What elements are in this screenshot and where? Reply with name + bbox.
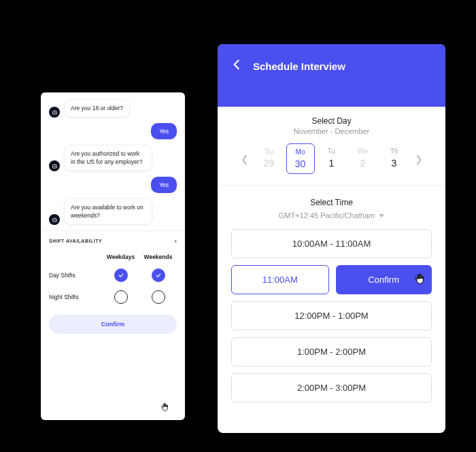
schedule-title: Schedule Interview <box>253 60 345 72</box>
chat-card: Are you 18 or older? Yes Are you authori… <box>41 92 185 420</box>
row-day-shifts: Day Shifts <box>49 272 75 279</box>
time-slot[interactable]: 12:00PM - 1:00PM <box>231 301 432 330</box>
time-slot[interactable]: 10:00AM - 11:00AM <box>231 229 432 258</box>
confirm-button[interactable]: Confirm <box>49 315 177 334</box>
day-number: 30 <box>295 158 306 169</box>
calendar-day[interactable]: Tu1 <box>318 143 346 174</box>
user-bubble[interactable]: Yes <box>151 177 177 193</box>
checkbox-night-weekends[interactable] <box>152 290 165 304</box>
cursor-icon <box>160 402 170 415</box>
col-weekdays: Weekdays <box>107 254 135 260</box>
day-of-week: Su <box>265 147 273 155</box>
day-number: 1 <box>329 158 335 169</box>
schedule-header: Schedule Interview <box>218 44 445 107</box>
svg-point-8 <box>55 220 56 220</box>
bot-bubble: Are you available to work on weekends? <box>64 198 152 225</box>
bot-bubble: Are you authorized to work in the US for… <box>64 145 152 171</box>
day-number: 2 <box>360 158 366 169</box>
svg-point-5 <box>55 166 56 167</box>
bot-avatar-icon <box>49 160 60 171</box>
back-arrow-icon[interactable] <box>230 58 243 74</box>
time-slot[interactable]: 1:00PM - 2:00PM <box>231 337 432 366</box>
svg-rect-6 <box>52 218 56 222</box>
confirm-slot-label: Confirm <box>368 275 399 285</box>
svg-point-4 <box>54 166 54 167</box>
schedule-card: Schedule Interview Select Day November -… <box>218 44 445 433</box>
bot-message-row: Are you 18 or older? <box>49 99 177 118</box>
close-icon[interactable]: x <box>174 238 177 244</box>
day-of-week: We <box>358 147 368 155</box>
next-week-icon[interactable]: ❯ <box>411 154 426 164</box>
shift-availability-section: SHIFT AVAILABILITY x Weekdays Weekends D… <box>41 230 185 342</box>
time-slot-selected[interactable]: 11:00AM <box>231 265 329 294</box>
day-number: 3 <box>392 158 397 169</box>
cursor-icon <box>414 273 426 287</box>
caret-down-icon <box>379 214 384 218</box>
user-bubble[interactable]: Yes <box>151 123 177 139</box>
shift-grid: Weekdays Weekends Day Shifts Night Shift… <box>49 254 177 304</box>
svg-rect-3 <box>52 165 56 169</box>
select-day-label: Select Day <box>218 116 445 126</box>
day-of-week: Tu <box>328 147 335 155</box>
month-range: November - December <box>218 127 445 135</box>
time-slot[interactable]: 2:00PM - 3:00PM <box>231 373 432 402</box>
select-day-section: Select Day November - December ❮ Su29Mo3… <box>218 107 445 186</box>
calendar-day: Su29 <box>255 143 284 174</box>
calendar-row: ❮ Su29Mo30Tu1We2Th3 ❯ <box>218 143 445 185</box>
svg-rect-0 <box>52 111 56 115</box>
checkbox-night-weekdays[interactable] <box>114 290 128 304</box>
bot-message-row: Are you authorized to work in the US for… <box>49 145 177 171</box>
calendar-day[interactable]: Mo30 <box>286 143 315 174</box>
checkbox-day-weekdays[interactable] <box>114 268 128 282</box>
calendar-day: We2 <box>349 143 377 174</box>
day-of-week: Mo <box>296 148 305 156</box>
day-number: 29 <box>264 158 275 169</box>
select-time-section: Select Time GMT+12:45 Pacific/Chatham 10… <box>218 186 445 409</box>
bot-avatar-icon <box>49 214 60 225</box>
time-slot-selected-row: 11:00AM Confirm <box>231 265 432 294</box>
timezone-text: GMT+12:45 Pacific/Chatham <box>279 211 375 220</box>
checkbox-day-weekends[interactable] <box>152 268 165 282</box>
bot-message-row: Are you available to work on weekends? <box>49 198 177 225</box>
calendar-day[interactable]: Th3 <box>380 143 409 174</box>
select-time-label: Select Time <box>231 198 432 207</box>
svg-point-2 <box>55 112 56 113</box>
timezone-selector[interactable]: GMT+12:45 Pacific/Chatham <box>279 211 385 220</box>
svg-point-1 <box>54 112 54 113</box>
chat-scroll: Are you 18 or older? Yes Are you authori… <box>41 92 185 230</box>
prev-week-icon[interactable]: ❮ <box>237 154 252 164</box>
day-of-week: Th <box>390 147 398 155</box>
shift-title: SHIFT AVAILABILITY <box>49 239 102 243</box>
row-night-shifts: Night Shifts <box>49 294 78 300</box>
confirm-slot-button[interactable]: Confirm <box>336 265 432 294</box>
svg-point-7 <box>54 220 54 220</box>
shift-header: SHIFT AVAILABILITY x <box>49 238 177 244</box>
col-weekends: Weekends <box>144 254 173 260</box>
bot-avatar-icon <box>49 107 60 118</box>
bot-bubble: Are you 18 or older? <box>64 99 130 118</box>
